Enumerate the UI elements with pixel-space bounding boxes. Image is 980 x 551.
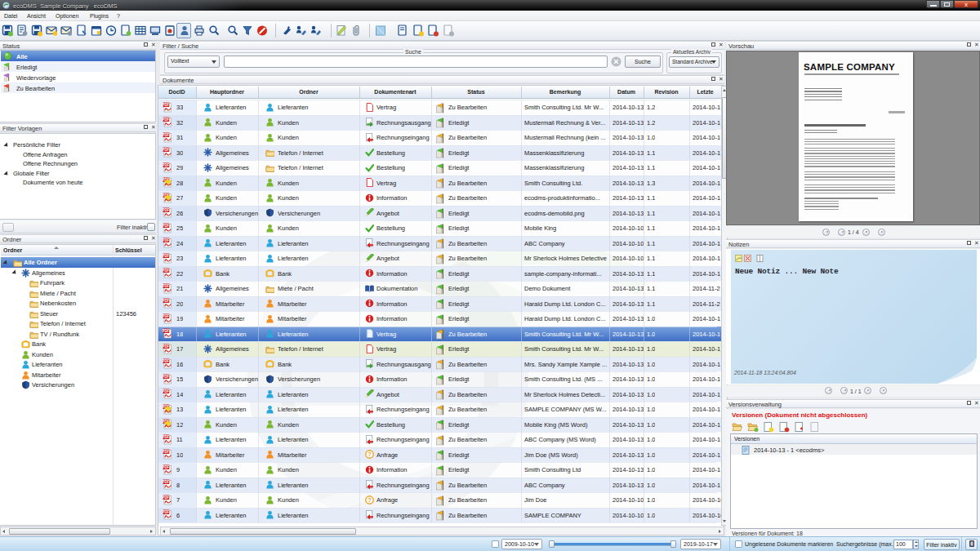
svg-text:PDF: PDF bbox=[163, 495, 170, 499]
svg-text:?: ? bbox=[368, 451, 372, 458]
svg-text:PDF: PDF bbox=[163, 148, 170, 152]
svg-text:PDF: PDF bbox=[163, 389, 170, 393]
svg-text:PDF: PDF bbox=[163, 132, 170, 136]
svg-text:PDF: PDF bbox=[163, 102, 170, 106]
svg-text:PDF: PDF bbox=[163, 313, 170, 318]
svg-text:PDF: PDF bbox=[163, 283, 170, 287]
svg-text:PDF: PDF bbox=[163, 253, 170, 257]
svg-text:PDF: PDF bbox=[163, 299, 170, 303]
svg-text:PDF: PDF bbox=[163, 464, 170, 469]
svg-text:PDF: PDF bbox=[163, 359, 170, 363]
svg-text:PDF: PDF bbox=[163, 480, 170, 484]
svg-text:PDF: PDF bbox=[163, 329, 170, 333]
svg-text:?: ? bbox=[368, 496, 372, 504]
svg-text:PDF: PDF bbox=[163, 238, 170, 242]
svg-text:PDF: PDF bbox=[163, 269, 170, 273]
svg-text:PDF: PDF bbox=[163, 223, 170, 227]
svg-text:PDF: PDF bbox=[163, 510, 170, 514]
svg-text:PDF: PDF bbox=[163, 434, 170, 438]
svg-text:PDF: PDF bbox=[163, 374, 170, 378]
svg-text:PDF: PDF bbox=[163, 450, 170, 454]
svg-text:PDF: PDF bbox=[163, 208, 170, 212]
svg-text:PDF: PDF bbox=[163, 344, 170, 348]
svg-text:PDF: PDF bbox=[163, 118, 170, 122]
svg-text:PDF: PDF bbox=[163, 162, 170, 167]
